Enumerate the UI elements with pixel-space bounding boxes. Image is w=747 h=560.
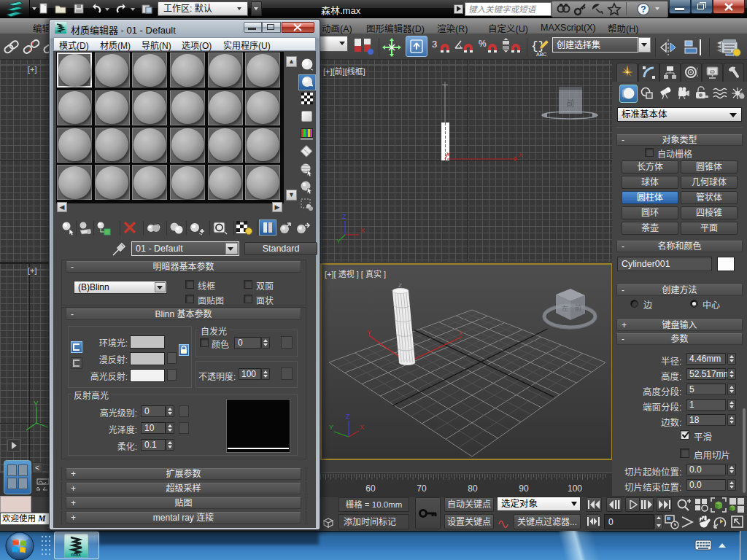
- svg-text:X: X: [459, 330, 463, 337]
- svg-text:前: 前: [567, 98, 575, 108]
- svg-text:X: X: [519, 152, 523, 158]
- svg-text:ABC: ABC: [536, 52, 546, 57]
- svg-text:前: 前: [575, 304, 581, 312]
- svg-text:Z: Z: [398, 283, 402, 289]
- svg-text:max: max: [71, 552, 81, 557]
- svg-text:Y: Y: [367, 329, 371, 336]
- svg-text:Y: Y: [329, 424, 333, 431]
- svg-text:X: X: [360, 227, 365, 234]
- svg-text:3: 3: [432, 39, 437, 50]
- svg-text:?: ?: [640, 4, 646, 15]
- svg-text:X: X: [360, 424, 364, 431]
- svg-text:Y: Y: [446, 151, 451, 158]
- svg-text:左: 左: [562, 304, 568, 312]
- svg-text:Z: Z: [342, 213, 347, 220]
- svg-text:Y: Y: [34, 401, 39, 408]
- svg-text:Y: Y: [336, 238, 341, 245]
- svg-text:%: %: [479, 39, 487, 49]
- svg-text:Z: Z: [346, 413, 350, 420]
